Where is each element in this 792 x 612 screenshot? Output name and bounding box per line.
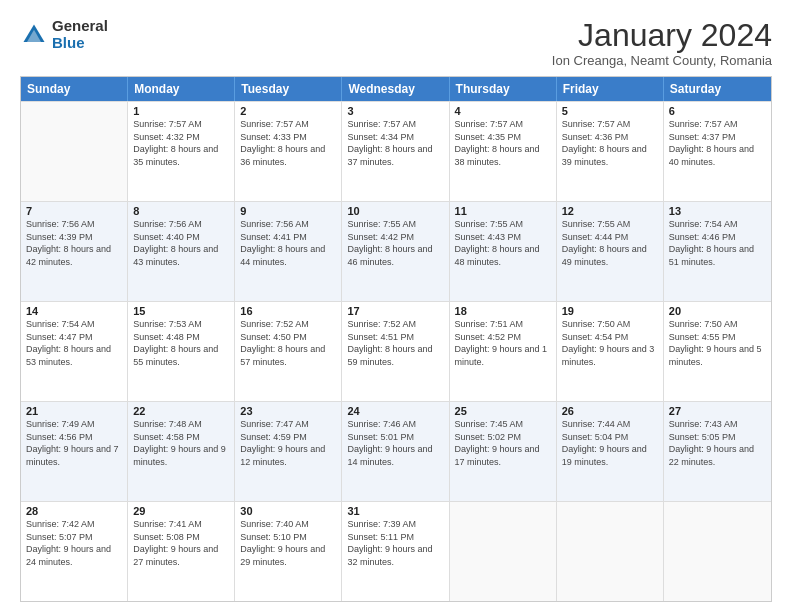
day-number: 21 (26, 405, 122, 417)
day-info: Sunrise: 7:56 AMSunset: 4:41 PMDaylight:… (240, 218, 336, 268)
cal-cell-w2-d5: 19Sunrise: 7:50 AMSunset: 4:54 PMDayligh… (557, 302, 664, 401)
day-number: 30 (240, 505, 336, 517)
day-number: 19 (562, 305, 658, 317)
cal-cell-w0-d0 (21, 102, 128, 201)
day-number: 18 (455, 305, 551, 317)
header-friday: Friday (557, 77, 664, 101)
day-info: Sunrise: 7:46 AMSunset: 5:01 PMDaylight:… (347, 418, 443, 468)
cal-cell-w0-d1: 1Sunrise: 7:57 AMSunset: 4:32 PMDaylight… (128, 102, 235, 201)
cal-cell-w4-d4 (450, 502, 557, 601)
cal-cell-w1-d2: 9Sunrise: 7:56 AMSunset: 4:41 PMDaylight… (235, 202, 342, 301)
day-info: Sunrise: 7:51 AMSunset: 4:52 PMDaylight:… (455, 318, 551, 368)
cal-cell-w4-d3: 31Sunrise: 7:39 AMSunset: 5:11 PMDayligh… (342, 502, 449, 601)
calendar: Sunday Monday Tuesday Wednesday Thursday… (20, 76, 772, 602)
month-title: January 2024 (552, 18, 772, 53)
day-info: Sunrise: 7:57 AMSunset: 4:34 PMDaylight:… (347, 118, 443, 168)
day-number: 5 (562, 105, 658, 117)
day-info: Sunrise: 7:55 AMSunset: 4:42 PMDaylight:… (347, 218, 443, 268)
cal-cell-w2-d0: 14Sunrise: 7:54 AMSunset: 4:47 PMDayligh… (21, 302, 128, 401)
day-number: 12 (562, 205, 658, 217)
day-number: 11 (455, 205, 551, 217)
day-info: Sunrise: 7:54 AMSunset: 4:47 PMDaylight:… (26, 318, 122, 368)
cal-cell-w3-d6: 27Sunrise: 7:43 AMSunset: 5:05 PMDayligh… (664, 402, 771, 501)
day-info: Sunrise: 7:57 AMSunset: 4:37 PMDaylight:… (669, 118, 766, 168)
location: Ion Creanga, Neamt County, Romania (552, 53, 772, 68)
day-info: Sunrise: 7:55 AMSunset: 4:43 PMDaylight:… (455, 218, 551, 268)
day-info: Sunrise: 7:54 AMSunset: 4:46 PMDaylight:… (669, 218, 766, 268)
logo-icon (20, 21, 48, 49)
cal-cell-w4-d6 (664, 502, 771, 601)
calendar-week-3: 21Sunrise: 7:49 AMSunset: 4:56 PMDayligh… (21, 401, 771, 501)
day-info: Sunrise: 7:57 AMSunset: 4:36 PMDaylight:… (562, 118, 658, 168)
cal-cell-w0-d2: 2Sunrise: 7:57 AMSunset: 4:33 PMDaylight… (235, 102, 342, 201)
title-section: January 2024 Ion Creanga, Neamt County, … (552, 18, 772, 68)
header: General Blue January 2024 Ion Creanga, N… (20, 18, 772, 68)
cal-cell-w1-d5: 12Sunrise: 7:55 AMSunset: 4:44 PMDayligh… (557, 202, 664, 301)
cal-cell-w2-d6: 20Sunrise: 7:50 AMSunset: 4:55 PMDayligh… (664, 302, 771, 401)
day-number: 10 (347, 205, 443, 217)
day-info: Sunrise: 7:45 AMSunset: 5:02 PMDaylight:… (455, 418, 551, 468)
day-info: Sunrise: 7:55 AMSunset: 4:44 PMDaylight:… (562, 218, 658, 268)
day-number: 24 (347, 405, 443, 417)
cal-cell-w0-d5: 5Sunrise: 7:57 AMSunset: 4:36 PMDaylight… (557, 102, 664, 201)
calendar-body: 1Sunrise: 7:57 AMSunset: 4:32 PMDaylight… (21, 101, 771, 601)
day-info: Sunrise: 7:44 AMSunset: 5:04 PMDaylight:… (562, 418, 658, 468)
cal-cell-w2-d4: 18Sunrise: 7:51 AMSunset: 4:52 PMDayligh… (450, 302, 557, 401)
cal-cell-w2-d3: 17Sunrise: 7:52 AMSunset: 4:51 PMDayligh… (342, 302, 449, 401)
day-number: 28 (26, 505, 122, 517)
cal-cell-w3-d5: 26Sunrise: 7:44 AMSunset: 5:04 PMDayligh… (557, 402, 664, 501)
day-info: Sunrise: 7:41 AMSunset: 5:08 PMDaylight:… (133, 518, 229, 568)
day-number: 2 (240, 105, 336, 117)
cal-cell-w3-d4: 25Sunrise: 7:45 AMSunset: 5:02 PMDayligh… (450, 402, 557, 501)
day-number: 3 (347, 105, 443, 117)
page: General Blue January 2024 Ion Creanga, N… (0, 0, 792, 612)
cal-cell-w4-d1: 29Sunrise: 7:41 AMSunset: 5:08 PMDayligh… (128, 502, 235, 601)
header-wednesday: Wednesday (342, 77, 449, 101)
cal-cell-w4-d0: 28Sunrise: 7:42 AMSunset: 5:07 PMDayligh… (21, 502, 128, 601)
day-info: Sunrise: 7:42 AMSunset: 5:07 PMDaylight:… (26, 518, 122, 568)
day-info: Sunrise: 7:56 AMSunset: 4:40 PMDaylight:… (133, 218, 229, 268)
day-info: Sunrise: 7:53 AMSunset: 4:48 PMDaylight:… (133, 318, 229, 368)
logo-general-text: General (52, 18, 108, 35)
cal-cell-w3-d1: 22Sunrise: 7:48 AMSunset: 4:58 PMDayligh… (128, 402, 235, 501)
cal-cell-w2-d2: 16Sunrise: 7:52 AMSunset: 4:50 PMDayligh… (235, 302, 342, 401)
cal-cell-w2-d1: 15Sunrise: 7:53 AMSunset: 4:48 PMDayligh… (128, 302, 235, 401)
header-saturday: Saturday (664, 77, 771, 101)
cal-cell-w4-d2: 30Sunrise: 7:40 AMSunset: 5:10 PMDayligh… (235, 502, 342, 601)
day-info: Sunrise: 7:52 AMSunset: 4:50 PMDaylight:… (240, 318, 336, 368)
day-info: Sunrise: 7:57 AMSunset: 4:35 PMDaylight:… (455, 118, 551, 168)
day-info: Sunrise: 7:43 AMSunset: 5:05 PMDaylight:… (669, 418, 766, 468)
day-info: Sunrise: 7:49 AMSunset: 4:56 PMDaylight:… (26, 418, 122, 468)
cal-cell-w3-d3: 24Sunrise: 7:46 AMSunset: 5:01 PMDayligh… (342, 402, 449, 501)
calendar-week-1: 7Sunrise: 7:56 AMSunset: 4:39 PMDaylight… (21, 201, 771, 301)
day-info: Sunrise: 7:56 AMSunset: 4:39 PMDaylight:… (26, 218, 122, 268)
day-number: 13 (669, 205, 766, 217)
logo-blue-text: Blue (52, 35, 108, 52)
day-number: 14 (26, 305, 122, 317)
day-number: 23 (240, 405, 336, 417)
day-number: 29 (133, 505, 229, 517)
cal-cell-w3-d2: 23Sunrise: 7:47 AMSunset: 4:59 PMDayligh… (235, 402, 342, 501)
cal-cell-w0-d4: 4Sunrise: 7:57 AMSunset: 4:35 PMDaylight… (450, 102, 557, 201)
calendar-week-0: 1Sunrise: 7:57 AMSunset: 4:32 PMDaylight… (21, 101, 771, 201)
day-number: 27 (669, 405, 766, 417)
header-tuesday: Tuesday (235, 77, 342, 101)
day-number: 31 (347, 505, 443, 517)
day-info: Sunrise: 7:57 AMSunset: 4:33 PMDaylight:… (240, 118, 336, 168)
day-number: 26 (562, 405, 658, 417)
calendar-week-2: 14Sunrise: 7:54 AMSunset: 4:47 PMDayligh… (21, 301, 771, 401)
day-number: 17 (347, 305, 443, 317)
cal-cell-w1-d0: 7Sunrise: 7:56 AMSunset: 4:39 PMDaylight… (21, 202, 128, 301)
day-info: Sunrise: 7:39 AMSunset: 5:11 PMDaylight:… (347, 518, 443, 568)
day-info: Sunrise: 7:52 AMSunset: 4:51 PMDaylight:… (347, 318, 443, 368)
day-number: 20 (669, 305, 766, 317)
day-info: Sunrise: 7:47 AMSunset: 4:59 PMDaylight:… (240, 418, 336, 468)
logo: General Blue (20, 18, 108, 51)
day-info: Sunrise: 7:40 AMSunset: 5:10 PMDaylight:… (240, 518, 336, 568)
cal-cell-w4-d5 (557, 502, 664, 601)
calendar-week-4: 28Sunrise: 7:42 AMSunset: 5:07 PMDayligh… (21, 501, 771, 601)
day-info: Sunrise: 7:57 AMSunset: 4:32 PMDaylight:… (133, 118, 229, 168)
day-number: 6 (669, 105, 766, 117)
calendar-header: Sunday Monday Tuesday Wednesday Thursday… (21, 77, 771, 101)
day-info: Sunrise: 7:48 AMSunset: 4:58 PMDaylight:… (133, 418, 229, 468)
